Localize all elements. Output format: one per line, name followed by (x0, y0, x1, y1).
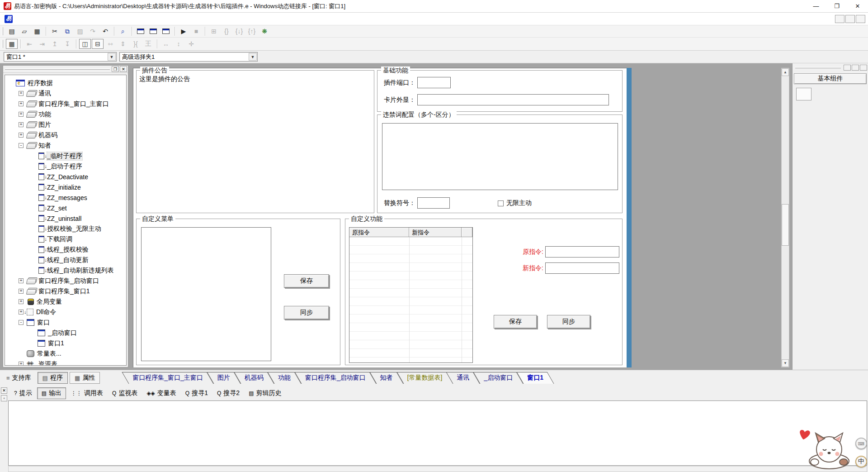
view-form-icon[interactable] (147, 26, 159, 36)
static-compile-icon[interactable]: ⊞ (208, 26, 220, 36)
copy-icon[interactable]: ⧉ (61, 26, 73, 36)
tree-expander-icon[interactable]: - (19, 143, 24, 148)
menu-item[interactable] (82, 17, 90, 21)
save-icon[interactable]: ▦ (31, 26, 43, 36)
tree-expander-icon[interactable]: + (19, 278, 24, 283)
button-component-icon[interactable] (814, 169, 829, 182)
new-command-input[interactable] (545, 262, 619, 274)
watch-table-icon[interactable]: Q 监视表 (108, 387, 142, 399)
banned-words-textarea[interactable] (382, 123, 618, 190)
toolbar-grip[interactable] (2, 27, 3, 35)
slider-component-icon[interactable] (814, 137, 829, 149)
tree-item[interactable]: 程序数据 (8, 78, 126, 88)
datagrid-component-icon[interactable] (831, 218, 847, 231)
scroll-down-icon[interactable]: ▼ (782, 359, 789, 367)
internet-component-icon[interactable] (814, 186, 829, 198)
panel-grip[interactable] (795, 67, 841, 68)
tree-item[interactable]: + 机器码 (19, 130, 126, 140)
variable-table-icon[interactable]: ◈◈ 变量表 (142, 387, 180, 399)
view-code-icon[interactable] (135, 26, 146, 36)
cut-icon[interactable]: ✂ (49, 26, 61, 36)
pointer-tool-icon[interactable] (796, 88, 811, 100)
palette-component-icon[interactable] (796, 186, 811, 198)
tree-expander-icon[interactable]: + (19, 122, 24, 127)
menu-item[interactable] (90, 17, 99, 21)
tree-expander-icon[interactable]: + (19, 289, 24, 294)
editor-tab[interactable]: 窗口程序集_启动窗口 (298, 372, 373, 384)
tree-item[interactable]: + 通讯 (19, 88, 126, 99)
menu-item[interactable] (66, 17, 74, 21)
spin-door-component-icon[interactable] (831, 186, 847, 198)
shape-component-icon[interactable] (849, 88, 864, 100)
odbc-query-component-icon[interactable] (796, 251, 811, 263)
custom-menu-listbox[interactable] (141, 227, 271, 361)
redo-icon[interactable]: ↷ (87, 26, 99, 36)
mdi-minimize-icon[interactable] (835, 15, 844, 23)
toolbar-component-icon[interactable] (796, 153, 811, 166)
undo-icon[interactable]: ↶ (99, 26, 111, 36)
checklist-component-icon[interactable] (796, 137, 811, 149)
tree-item[interactable]: - 窗口 (19, 317, 126, 328)
tree-item[interactable]: ZZ_messages (29, 192, 126, 203)
tree-item[interactable]: 线程_授权校验 (29, 244, 126, 255)
panel-close-icon[interactable]: ✕ (120, 66, 127, 72)
updown-component-icon[interactable] (831, 137, 847, 149)
menu-item[interactable] (58, 17, 66, 21)
printer-component-icon[interactable] (814, 202, 829, 215)
output-close-icon[interactable]: ✕ (1, 387, 7, 394)
datatable-component-icon[interactable] (814, 234, 829, 247)
tree-expander-icon[interactable]: + (19, 91, 24, 96)
tree-item[interactable]: 线程_自动更新 (29, 255, 126, 265)
tree-item[interactable]: - 知者 (19, 140, 126, 151)
tree-item[interactable]: 窗口1 (29, 338, 126, 348)
paste-icon[interactable]: ▨ (74, 26, 86, 36)
mdi-restore-icon[interactable] (845, 15, 855, 23)
basic-components-header[interactable]: 基本组件 (794, 73, 867, 84)
command-table-body[interactable] (349, 237, 472, 362)
listbox-component-icon[interactable] (849, 120, 864, 133)
editor-tab[interactable]: 功能 (271, 372, 298, 384)
program-tab-icon[interactable]: ▤ 程序 (38, 372, 68, 384)
tree-item[interactable]: + 窗口程序集_窗口1 (19, 286, 126, 296)
server-component-icon[interactable] (849, 202, 864, 215)
animation-component-icon[interactable] (831, 153, 847, 166)
editbox-component-icon[interactable] (796, 104, 811, 117)
grid-toggle-icon[interactable]: ▦ (6, 39, 18, 49)
tree-item[interactable]: + 图片 (19, 119, 126, 130)
stop-icon[interactable]: ■ (190, 26, 202, 36)
combobox-component-icon[interactable] (831, 120, 847, 133)
mdi-close-icon[interactable] (856, 15, 865, 23)
design-vertical-scrollbar[interactable]: ▲ ▼ (781, 68, 789, 367)
tree-item[interactable]: ZZ_set (29, 203, 126, 213)
form-selector-combobox[interactable]: 窗口1 * ▼ (4, 52, 117, 62)
progress-component-icon[interactable] (849, 137, 864, 149)
image-component-icon[interactable] (831, 234, 847, 247)
panel-maximize-icon[interactable] (852, 65, 859, 71)
tree-expander-icon[interactable]: + (19, 299, 24, 304)
same-width-icon[interactable]: ⇿ (104, 39, 116, 49)
fit-width-icon[interactable]: ↔ (160, 39, 172, 49)
fit-both-icon[interactable]: ✛ (185, 39, 197, 49)
label-component-icon[interactable] (814, 88, 829, 100)
editor-tab[interactable]: _启动窗口 (476, 372, 520, 384)
property-tab-icon[interactable]: ▦ 属性 (70, 372, 100, 384)
tree-item[interactable]: ZZ_Deactivate (29, 172, 126, 182)
panel-menu-icon[interactable] (844, 65, 851, 71)
menu-item[interactable] (33, 17, 42, 21)
maximize-button[interactable]: ❐ (826, 0, 847, 13)
picturebox-component-icon[interactable] (831, 88, 847, 100)
ime-language-icon[interactable]: 中 (855, 456, 867, 467)
hlist-component-icon[interactable] (849, 218, 864, 231)
output-horizontal-scrollbar[interactable] (8, 466, 867, 472)
center-horizontal-icon[interactable]: ◫ (79, 39, 91, 49)
close-button[interactable]: ✕ (847, 0, 868, 13)
panel-close-icon[interactable] (860, 65, 867, 71)
find-icon[interactable]: ⌕ (117, 26, 129, 36)
card-display-input[interactable] (417, 94, 609, 105)
align-top-icon[interactable]: ↥ (49, 39, 61, 49)
container-selector-combobox[interactable]: 高级选择夹1 ▼ (119, 52, 258, 62)
client-server-component-icon[interactable] (831, 202, 847, 215)
fit-height-icon[interactable]: ↕ (173, 39, 184, 49)
output-icon[interactable]: ▤ 输出 (37, 387, 66, 399)
search2-icon[interactable]: Q 搜寻2 (213, 387, 244, 399)
